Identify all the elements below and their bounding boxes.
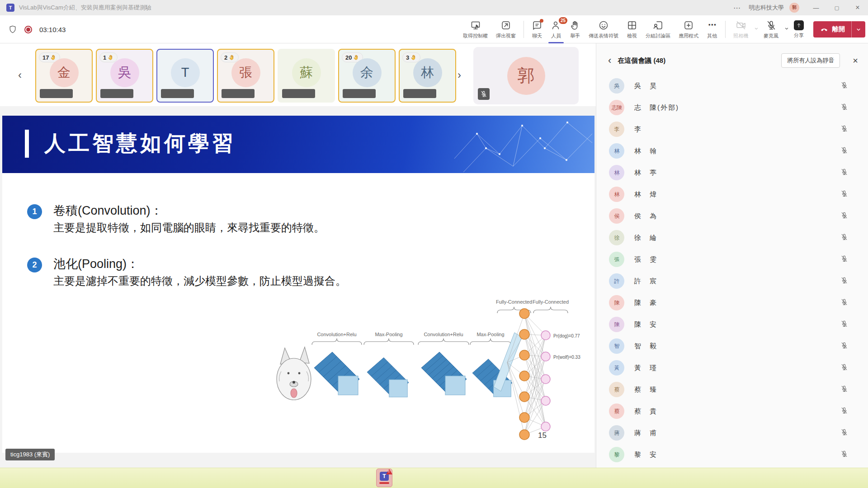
filmstrip-next-icon[interactable]: › bbox=[458, 43, 461, 106]
participant-row[interactable]: 蔡 蔡 貴 bbox=[596, 400, 868, 422]
participant-video-tile[interactable]: 3 林 bbox=[399, 49, 456, 103]
avatar: 吳 bbox=[110, 58, 139, 87]
breakout-rooms-button[interactable]: 分組討論區 bbox=[642, 15, 675, 43]
take-control-button[interactable]: 取得控制權 bbox=[459, 15, 492, 43]
participant-video-tile[interactable]: 17 金 bbox=[35, 49, 93, 103]
more-options-button[interactable]: ⋯ 其他 bbox=[703, 15, 722, 43]
participant-row[interactable]: 林 林 翰 bbox=[596, 140, 868, 162]
participant-list: 吳 吳 昊 志陳 志 陳(外部) bbox=[596, 75, 868, 465]
participant-mic-muted-icon[interactable] bbox=[840, 81, 848, 91]
chat-button[interactable]: 聊天 bbox=[528, 15, 547, 43]
participant-row[interactable]: 吳 吳 昊 bbox=[596, 75, 868, 97]
leave-button[interactable]: 離開 bbox=[813, 21, 865, 38]
participant-video-tile[interactable]: 蘇 bbox=[278, 49, 335, 103]
participant-row[interactable]: 蔡 蔡 臻 bbox=[596, 379, 868, 400]
camera-button[interactable]: 照相機 bbox=[729, 15, 752, 43]
participant-row[interactable]: 陳 陳 安 bbox=[596, 314, 868, 335]
participant-row[interactable]: 陳 陳 豪 bbox=[596, 292, 868, 314]
participant-row[interactable]: 許 許 宸 bbox=[596, 270, 868, 292]
avatar-initial: 黎 bbox=[614, 451, 619, 459]
participant-mic-muted-icon[interactable] bbox=[840, 233, 848, 243]
participant-row[interactable]: 黃 黃 瑾 bbox=[596, 357, 868, 379]
people-button[interactable]: 25 人員 bbox=[547, 15, 566, 43]
participant-mic-muted-icon[interactable] bbox=[840, 190, 848, 199]
participant-mic-muted-icon[interactable] bbox=[840, 407, 848, 416]
participant-video-tile[interactable]: T bbox=[156, 49, 214, 103]
teams-taskbar-icon: T bbox=[380, 472, 389, 481]
participant-mic-muted-icon[interactable] bbox=[840, 363, 848, 373]
titlebar-more-icon[interactable]: ⋯ bbox=[725, 4, 749, 12]
avatar-initial: 許 bbox=[614, 277, 619, 285]
participant-video-tile[interactable]: 20 余 bbox=[338, 49, 396, 103]
participant-mic-muted-icon[interactable] bbox=[840, 320, 848, 329]
participant-mic-muted-icon[interactable] bbox=[840, 211, 848, 221]
apps-button[interactable]: 應用程式 bbox=[675, 15, 703, 43]
camera-dropdown-chevron-icon[interactable] bbox=[753, 25, 760, 33]
participant-row[interactable]: 林 林 葶 bbox=[596, 162, 868, 183]
participant-row[interactable]: 張 張 雯 bbox=[596, 249, 868, 270]
participant-mic-muted-icon[interactable] bbox=[840, 385, 848, 394]
participant-row[interactable]: 蔣 蔣 甫 bbox=[596, 422, 868, 444]
participant-mic-muted-icon[interactable] bbox=[840, 125, 848, 134]
avatar-initial: 智 bbox=[614, 343, 619, 350]
filmstrip-prev-icon[interactable]: ‹ bbox=[18, 43, 22, 106]
raised-hand-badge: 3 bbox=[402, 52, 420, 62]
participant-name-redacted bbox=[161, 89, 194, 98]
avatar-initial: 張 bbox=[239, 64, 252, 82]
avatar: 林 bbox=[413, 58, 442, 87]
slide-bullet-2: 2 池化(Pooling)： 主要是濾掉不重要的特徵，減少模型參數，防止模型過擬… bbox=[27, 256, 346, 289]
participant-row[interactable]: 侯 侯 為 bbox=[596, 205, 868, 227]
participant-video-tile[interactable]: 2 張 bbox=[217, 49, 274, 103]
participant-row[interactable]: 黎 黎 安 bbox=[596, 444, 868, 465]
raised-hand-badge: 2 bbox=[221, 52, 239, 62]
leave-label: 離開 bbox=[832, 25, 845, 33]
participant-mic-muted-icon[interactable] bbox=[840, 168, 848, 178]
mute-all-button[interactable]: 將所有人設為靜音 bbox=[781, 53, 840, 68]
participant-mic-muted-icon[interactable] bbox=[840, 428, 848, 438]
spotlight-video-tile[interactable]: 郭 bbox=[473, 47, 579, 104]
view-button[interactable]: 檢視 bbox=[623, 15, 642, 43]
taskbar-teams-button[interactable]: T bbox=[376, 469, 392, 487]
raised-hand-icon bbox=[410, 54, 417, 61]
participant-row[interactable]: 志陳 志 陳(外部) bbox=[596, 97, 868, 118]
popout-window-button[interactable]: 彈出視窗 bbox=[492, 15, 520, 43]
raise-hand-button[interactable]: 舉手 bbox=[566, 15, 585, 43]
reactions-icon bbox=[598, 20, 609, 31]
svg-text:Pr(dog)=0.77: Pr(dog)=0.77 bbox=[553, 333, 580, 338]
leave-dropdown-chevron-icon[interactable] bbox=[852, 26, 865, 33]
user-avatar[interactable]: 郭 bbox=[789, 3, 799, 13]
participant-row[interactable]: 李 李 bbox=[596, 118, 868, 140]
reactions-button[interactable]: 傳送表情符號 bbox=[585, 15, 623, 43]
avatar: 張 bbox=[609, 252, 624, 267]
participant-video-tile[interactable]: 1 吳 bbox=[96, 49, 153, 103]
participant-mic-muted-icon[interactable] bbox=[840, 298, 848, 308]
security-shield-icon bbox=[8, 25, 17, 34]
avatar: 林 bbox=[609, 187, 624, 202]
avatar: 許 bbox=[609, 273, 624, 289]
avatar-initial: 蔡 bbox=[614, 408, 619, 415]
avatar: 吳 bbox=[609, 78, 624, 94]
chat-icon bbox=[532, 20, 542, 31]
participant-row[interactable]: 智 智 毅 bbox=[596, 335, 868, 357]
participant-row[interactable]: 林 林 煒 bbox=[596, 183, 868, 205]
sidebar-close-icon[interactable]: × bbox=[853, 56, 858, 66]
avatar: 蔡 bbox=[609, 404, 624, 419]
microphone-dropdown-chevron-icon[interactable] bbox=[783, 25, 790, 33]
participant-row[interactable]: 徐 徐 綸 bbox=[596, 227, 868, 249]
org-name: 明志科技大學 bbox=[749, 4, 784, 12]
close-button[interactable]: × bbox=[847, 0, 868, 15]
minimize-button[interactable]: — bbox=[806, 0, 826, 15]
participant-mic-muted-icon[interactable] bbox=[840, 342, 848, 351]
microphone-button[interactable]: 麥克風 bbox=[760, 15, 783, 43]
participant-mic-muted-icon[interactable] bbox=[840, 255, 848, 264]
share-button[interactable]: 分享 bbox=[790, 15, 808, 43]
bullet-body: 主要是濾掉不重要的特徵，減少模型參數，防止模型過擬合。 bbox=[53, 273, 346, 289]
participant-mic-muted-icon[interactable] bbox=[840, 146, 848, 156]
participant-name: 黃 瑾 bbox=[634, 364, 657, 372]
participant-mic-muted-icon[interactable] bbox=[840, 277, 848, 286]
dog-sketch bbox=[277, 347, 311, 400]
participant-mic-muted-icon[interactable] bbox=[840, 450, 848, 460]
participant-mic-muted-icon[interactable] bbox=[840, 103, 848, 113]
maximize-button[interactable]: ▢ bbox=[826, 0, 847, 15]
back-chevron-icon[interactable]: ‹ bbox=[608, 56, 611, 66]
